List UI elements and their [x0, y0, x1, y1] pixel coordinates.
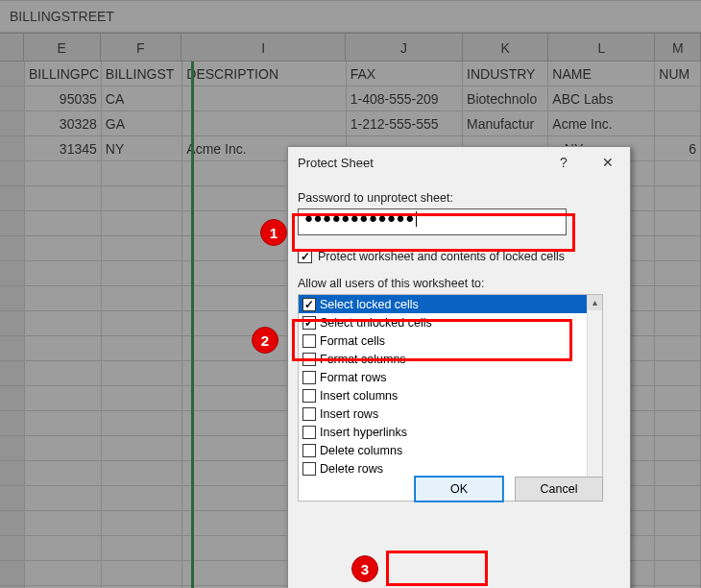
permission-row[interactable]: Select unlocked cells — [299, 313, 602, 331]
permission-row[interactable]: Insert rows — [299, 404, 602, 423]
callout-tag-2: 2 — [252, 327, 278, 354]
scrollbar[interactable]: ▴ ▾ — [587, 295, 602, 501]
close-button[interactable]: ✕ — [586, 147, 630, 178]
cancel-button[interactable]: Cancel — [515, 477, 603, 502]
permission-row[interactable]: Insert hyperlinks — [299, 423, 602, 441]
password-value: ●●●●●●●●●●●● — [304, 209, 415, 226]
permission-row[interactable]: Delete rows — [299, 459, 602, 478]
permission-row[interactable]: Delete columns — [299, 441, 602, 459]
checkbox-icon[interactable] — [302, 334, 316, 348]
text-caret-icon — [416, 211, 417, 227]
protect-contents-checkbox-row[interactable]: Protect worksheet and contents of locked… — [298, 249, 620, 263]
permission-label: Delete rows — [320, 462, 383, 476]
checkbox-icon[interactable] — [302, 407, 316, 421]
permission-label: Insert rows — [320, 407, 378, 421]
dialog-title: Protect Sheet — [298, 156, 374, 170]
password-label: Password to unprotect sheet: — [298, 191, 620, 205]
checkbox-icon[interactable] — [302, 353, 316, 366]
checkbox-icon[interactable] — [302, 462, 316, 476]
callout-tag-1: 1 — [260, 219, 287, 246]
permission-row[interactable]: Format rows — [299, 368, 602, 386]
allow-users-label: Allow all users of this worksheet to: — [298, 277, 620, 290]
permission-label: Format columns — [320, 353, 406, 366]
callout-tag-3: 3 — [351, 555, 378, 582]
checkbox-icon[interactable] — [302, 316, 316, 330]
permission-label: Format rows — [320, 371, 386, 384]
protect-contents-label: Protect worksheet and contents of locked… — [318, 250, 565, 263]
password-input[interactable]: ●●●●●●●●●●●● — [298, 208, 567, 235]
permission-label: Select unlocked cells — [320, 316, 432, 330]
checkbox-icon[interactable] — [302, 444, 316, 457]
checkbox-icon[interactable] — [302, 298, 316, 311]
permission-label: Select locked cells — [320, 298, 419, 311]
protect-sheet-dialog: Protect Sheet ? ✕ Password to unprotect … — [287, 146, 631, 588]
checkbox-icon[interactable] — [298, 249, 312, 263]
permission-row[interactable]: Insert columns — [299, 386, 602, 404]
permission-label: Insert columns — [320, 389, 398, 403]
help-button[interactable]: ? — [542, 147, 586, 178]
permissions-list[interactable]: Select locked cellsSelect unlocked cells… — [298, 294, 603, 502]
checkbox-icon[interactable] — [302, 371, 316, 384]
permission-label: Delete columns — [320, 444, 402, 457]
scroll-up-icon[interactable]: ▴ — [587, 295, 602, 310]
permission-row[interactable]: Format cells — [299, 331, 602, 350]
checkbox-icon[interactable] — [302, 426, 316, 439]
permission-row[interactable]: Format columns — [299, 350, 602, 368]
permission-label: Insert hyperlinks — [320, 426, 407, 439]
permission-label: Format cells — [320, 334, 385, 348]
permission-row[interactable]: Select locked cells — [299, 295, 602, 313]
ok-button[interactable]: OK — [415, 477, 503, 502]
dialog-titlebar[interactable]: Protect Sheet ? ✕ — [288, 147, 630, 178]
checkbox-icon[interactable] — [302, 389, 316, 403]
